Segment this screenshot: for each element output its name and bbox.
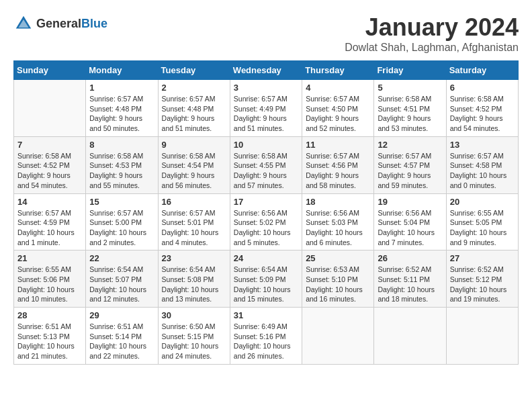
calendar-cell: 12Sunrise: 6:57 AM Sunset: 4:57 PM Dayli… [374, 136, 446, 193]
day-number: 16 [162, 197, 226, 207]
calendar-cell: 14Sunrise: 6:57 AM Sunset: 4:59 PM Dayli… [14, 193, 86, 250]
calendar-cell: 23Sunrise: 6:54 AM Sunset: 5:08 PM Dayli… [158, 250, 230, 308]
calendar-week-3: 14Sunrise: 6:57 AM Sunset: 4:59 PM Dayli… [14, 193, 519, 250]
calendar-cell: 31Sunrise: 6:49 AM Sunset: 5:16 PM Dayli… [230, 308, 302, 365]
day-info: Sunrise: 6:57 AM Sunset: 4:59 PM Dayligh… [17, 208, 82, 248]
calendar-week-1: 1Sunrise: 6:57 AM Sunset: 4:48 PM Daylig… [14, 80, 519, 137]
col-header-thursday: Thursday [302, 61, 374, 80]
calendar-table: SundayMondayTuesdayWednesdayThursdayFrid… [13, 60, 519, 365]
day-info: Sunrise: 6:54 AM Sunset: 5:08 PM Dayligh… [162, 265, 226, 304]
col-header-friday: Friday [374, 61, 446, 80]
calendar-cell: 9Sunrise: 6:58 AM Sunset: 4:54 PM Daylig… [158, 136, 230, 193]
calendar-cell: 4Sunrise: 6:57 AM Sunset: 4:50 PM Daylig… [302, 80, 374, 137]
day-number: 11 [306, 140, 370, 150]
day-number: 2 [162, 83, 226, 93]
day-info: Sunrise: 6:56 AM Sunset: 5:04 PM Dayligh… [378, 208, 442, 248]
day-info: Sunrise: 6:55 AM Sunset: 5:06 PM Dayligh… [17, 265, 82, 304]
day-number: 21 [17, 253, 82, 263]
day-number: 3 [234, 83, 298, 93]
day-number: 28 [17, 310, 82, 320]
day-info: Sunrise: 6:56 AM Sunset: 5:03 PM Dayligh… [306, 208, 370, 248]
calendar-cell: 10Sunrise: 6:58 AM Sunset: 4:55 PM Dayli… [230, 136, 302, 193]
calendar-cell: 8Sunrise: 6:58 AM Sunset: 4:53 PM Daylig… [86, 136, 158, 193]
day-number: 9 [162, 140, 226, 150]
calendar-cell: 19Sunrise: 6:56 AM Sunset: 5:04 PM Dayli… [374, 193, 446, 250]
day-info: Sunrise: 6:58 AM Sunset: 4:53 PM Dayligh… [89, 151, 154, 191]
day-number: 6 [450, 83, 515, 93]
day-info: Sunrise: 6:54 AM Sunset: 5:07 PM Dayligh… [89, 265, 154, 304]
location-title: Dowlat Shah, Laghman, Afghanistan [345, 42, 519, 54]
day-number: 14 [17, 197, 82, 207]
day-number: 25 [306, 253, 370, 263]
day-number: 1 [89, 83, 154, 93]
day-number: 20 [450, 197, 515, 207]
day-number: 30 [162, 310, 226, 320]
day-info: Sunrise: 6:51 AM Sunset: 5:13 PM Dayligh… [17, 322, 82, 361]
calendar-week-5: 28Sunrise: 6:51 AM Sunset: 5:13 PM Dayli… [14, 308, 519, 365]
logo: General Blue [13, 13, 107, 34]
calendar-cell [374, 308, 446, 365]
day-number: 26 [378, 253, 442, 263]
day-info: Sunrise: 6:58 AM Sunset: 4:55 PM Dayligh… [234, 151, 298, 191]
calendar-week-2: 7Sunrise: 6:58 AM Sunset: 4:52 PM Daylig… [14, 136, 519, 193]
col-header-monday: Monday [86, 61, 158, 80]
day-number: 12 [378, 140, 442, 150]
day-info: Sunrise: 6:57 AM Sunset: 4:48 PM Dayligh… [89, 94, 154, 134]
calendar-cell: 5Sunrise: 6:58 AM Sunset: 4:51 PM Daylig… [374, 80, 446, 137]
logo-icon [13, 13, 34, 34]
day-number: 4 [306, 83, 370, 93]
calendar-cell: 29Sunrise: 6:51 AM Sunset: 5:14 PM Dayli… [86, 308, 158, 365]
day-number: 27 [450, 253, 515, 263]
calendar-cell: 15Sunrise: 6:57 AM Sunset: 5:00 PM Dayli… [86, 193, 158, 250]
day-info: Sunrise: 6:58 AM Sunset: 4:52 PM Dayligh… [17, 151, 82, 191]
calendar-cell: 1Sunrise: 6:57 AM Sunset: 4:48 PM Daylig… [86, 80, 158, 137]
calendar-cell: 11Sunrise: 6:57 AM Sunset: 4:56 PM Dayli… [302, 136, 374, 193]
page-header: General Blue January 2024 Dowlat Shah, L… [13, 13, 519, 54]
logo-text-blue: Blue [81, 17, 107, 31]
calendar-cell: 25Sunrise: 6:53 AM Sunset: 5:10 PM Dayli… [302, 250, 374, 308]
calendar-cell: 30Sunrise: 6:50 AM Sunset: 5:15 PM Dayli… [158, 308, 230, 365]
calendar-cell [14, 80, 86, 137]
day-number: 31 [234, 310, 298, 320]
day-number: 8 [89, 140, 154, 150]
day-info: Sunrise: 6:50 AM Sunset: 5:15 PM Dayligh… [162, 322, 226, 361]
title-block: January 2024 Dowlat Shah, Laghman, Afgha… [345, 13, 519, 54]
day-number: 29 [89, 310, 154, 320]
day-number: 15 [89, 197, 154, 207]
calendar-cell: 6Sunrise: 6:58 AM Sunset: 4:52 PM Daylig… [446, 80, 518, 137]
day-number: 24 [234, 253, 298, 263]
calendar-cell: 17Sunrise: 6:56 AM Sunset: 5:02 PM Dayli… [230, 193, 302, 250]
day-info: Sunrise: 6:57 AM Sunset: 4:57 PM Dayligh… [378, 151, 442, 191]
day-info: Sunrise: 6:57 AM Sunset: 4:49 PM Dayligh… [234, 94, 298, 134]
calendar-cell: 26Sunrise: 6:52 AM Sunset: 5:11 PM Dayli… [374, 250, 446, 308]
day-info: Sunrise: 6:57 AM Sunset: 4:56 PM Dayligh… [306, 151, 370, 191]
calendar-cell: 21Sunrise: 6:55 AM Sunset: 5:06 PM Dayli… [14, 250, 86, 308]
day-info: Sunrise: 6:56 AM Sunset: 5:02 PM Dayligh… [234, 208, 298, 248]
day-info: Sunrise: 6:49 AM Sunset: 5:16 PM Dayligh… [234, 322, 298, 361]
calendar-cell: 18Sunrise: 6:56 AM Sunset: 5:03 PM Dayli… [302, 193, 374, 250]
day-number: 22 [89, 253, 154, 263]
day-info: Sunrise: 6:52 AM Sunset: 5:12 PM Dayligh… [450, 265, 515, 304]
day-info: Sunrise: 6:58 AM Sunset: 4:52 PM Dayligh… [450, 94, 515, 134]
day-number: 10 [234, 140, 298, 150]
day-info: Sunrise: 6:57 AM Sunset: 4:50 PM Dayligh… [306, 94, 370, 134]
day-info: Sunrise: 6:57 AM Sunset: 4:48 PM Dayligh… [162, 94, 226, 134]
logo-text-general: General [36, 17, 81, 31]
day-info: Sunrise: 6:58 AM Sunset: 4:51 PM Dayligh… [378, 94, 442, 134]
calendar-cell: 2Sunrise: 6:57 AM Sunset: 4:48 PM Daylig… [158, 80, 230, 137]
day-info: Sunrise: 6:57 AM Sunset: 4:58 PM Dayligh… [450, 151, 515, 191]
day-info: Sunrise: 6:57 AM Sunset: 5:01 PM Dayligh… [162, 208, 226, 248]
day-info: Sunrise: 6:58 AM Sunset: 4:54 PM Dayligh… [162, 151, 226, 191]
day-info: Sunrise: 6:53 AM Sunset: 5:10 PM Dayligh… [306, 265, 370, 304]
day-number: 5 [378, 83, 442, 93]
calendar-cell: 22Sunrise: 6:54 AM Sunset: 5:07 PM Dayli… [86, 250, 158, 308]
col-header-saturday: Saturday [446, 61, 518, 80]
month-title: January 2024 [345, 13, 519, 42]
day-info: Sunrise: 6:52 AM Sunset: 5:11 PM Dayligh… [378, 265, 442, 304]
day-number: 18 [306, 197, 370, 207]
col-header-wednesday: Wednesday [230, 61, 302, 80]
day-number: 7 [17, 140, 82, 150]
day-info: Sunrise: 6:51 AM Sunset: 5:14 PM Dayligh… [89, 322, 154, 361]
calendar-cell: 28Sunrise: 6:51 AM Sunset: 5:13 PM Dayli… [14, 308, 86, 365]
calendar-cell: 3Sunrise: 6:57 AM Sunset: 4:49 PM Daylig… [230, 80, 302, 137]
